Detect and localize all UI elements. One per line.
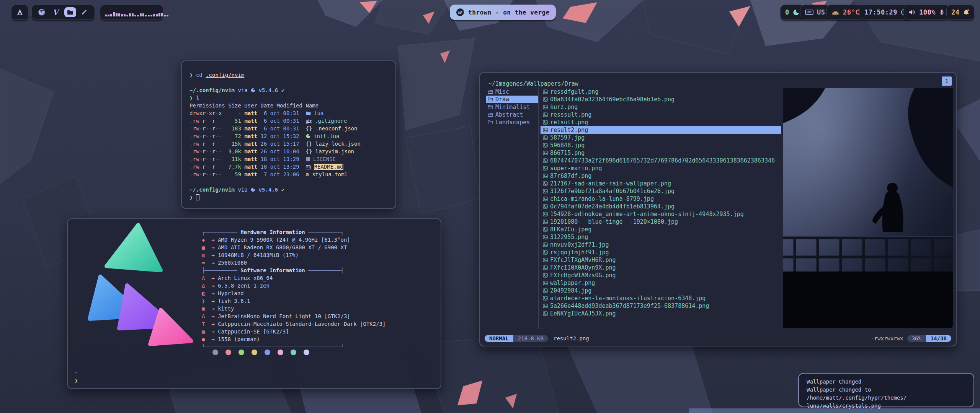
notification-title: Wallpaper Changed <box>807 378 966 386</box>
file-item[interactable]: FXfcHgcWIAMzs0G.png <box>541 272 781 279</box>
image-file-icon <box>543 242 548 247</box>
workspace-files-active[interactable] <box>64 7 76 17</box>
file-item[interactable]: 68747470733a2f2f696d616765732d7769786d70… <box>541 157 781 164</box>
file-item[interactable]: atardecer-en-la-montanas-ilustracion-634… <box>541 294 781 302</box>
sidebar-folder[interactable]: Misc <box>486 88 538 96</box>
workspace-paint[interactable] <box>80 7 90 18</box>
notifications-widget[interactable]: 24 <box>946 5 975 20</box>
display-icon: ▭ <box>202 260 205 266</box>
file-item[interactable]: 3122955.png <box>541 233 781 241</box>
file-item[interactable]: re1sult.png <box>541 119 781 126</box>
file-item[interactable]: nnvuv0xj2df71.jpg <box>541 241 781 249</box>
tab-badge[interactable]: 1 <box>942 76 952 86</box>
file-item[interactable]: 87r687df.png <box>541 172 781 180</box>
notification-body: Wallpaper changed to /home/matt/.config/… <box>807 386 966 410</box>
keyboard-layout-widget[interactable]: US <box>800 5 830 20</box>
scroll-percent: 36% <box>907 335 926 342</box>
image-file-icon <box>543 288 548 293</box>
sidebar-folder[interactable]: Landscapes <box>486 119 538 126</box>
file-item[interactable]: 20492984.jpg <box>541 287 781 294</box>
ls-row: .rw-r--r-- 15k matt 26 oct 15:17 {} lazy… <box>189 140 391 148</box>
rainbow-icon <box>831 9 840 15</box>
file-item[interactable]: 217167-sad-anime-rain-wallpaper.png <box>541 180 781 187</box>
launcher-button[interactable] <box>11 5 29 20</box>
terminal-cursor <box>196 194 199 200</box>
image-file-icon <box>543 258 548 262</box>
mode-badge: NORMAL <box>485 335 513 342</box>
palette-dot <box>278 350 283 355</box>
file-item[interactable]: rsjqojlmjhf91.jpg <box>541 249 781 256</box>
file-item[interactable]: kurz.png <box>541 103 781 111</box>
sidebar-folder[interactable]: Minimalist <box>486 103 538 111</box>
preview-image <box>783 88 953 328</box>
image-file-icon <box>543 304 548 308</box>
kernel-icon: Δ <box>202 283 205 289</box>
file-item[interactable]: 8FKa7Cu.jpeg <box>541 226 781 233</box>
pane-divider <box>538 87 539 329</box>
palette-dot <box>265 350 270 355</box>
file-item[interactable]: 19201080-__blue-tinge__-1920×1080.jpg <box>541 218 781 226</box>
palette-dot <box>291 350 296 355</box>
palette-dot <box>225 350 231 355</box>
status-bar: NORMAL 218.8 KB result2.png -rwxrwxrwx 3… <box>485 334 951 343</box>
desktop: V thrown - on the verge 0 <box>0 0 980 413</box>
file-item[interactable]: FXfcII0X0AQyn9X.png <box>541 264 781 272</box>
file-item[interactable]: EeNKYgIUcAAJ5JX.png <box>541 310 781 317</box>
keyboard-icon <box>805 9 813 15</box>
json-icon: {} <box>306 125 312 132</box>
file-item[interactable]: resssult.png <box>541 111 781 119</box>
visualizer-bars <box>105 8 168 16</box>
file-item[interactable]: 3126f7e9bbf21a8a4af0b67b041c6e26.jpg <box>541 187 781 195</box>
file-item[interactable]: FXfcJlTXgAMvH6R.png <box>541 256 781 264</box>
image-file-icon <box>543 135 548 140</box>
image-file-icon <box>543 166 548 171</box>
file-item[interactable]: 154928-odinokoe_anime-art-anime-okno-sin… <box>541 210 781 218</box>
image-file-icon <box>543 311 548 316</box>
palette-dot <box>212 350 218 355</box>
breadcrumb-path: ~/Imagenes/Wallpapers/Draw <box>488 80 578 87</box>
sidebar-folder[interactable]: Draw <box>486 96 538 103</box>
updates-count: 0 <box>785 8 789 16</box>
file-item[interactable]: 0c794faf07de24a4db4d4fb1eb813964.jpg <box>541 203 781 210</box>
audio-visualizer[interactable] <box>100 5 163 20</box>
image-file-icon <box>543 120 548 125</box>
memory-icon: ▥ <box>202 252 205 258</box>
file-item[interactable]: result2.png <box>541 126 781 134</box>
file-item[interactable]: 596848.jpg <box>541 141 781 149</box>
image-file-icon <box>543 250 548 255</box>
workspace-firefox[interactable] <box>36 7 47 18</box>
firefox-icon <box>38 8 46 16</box>
image-file-icon <box>543 197 548 201</box>
weather-widget[interactable]: 26°C <box>826 5 864 20</box>
folder-icon <box>306 111 311 115</box>
file-item[interactable]: 587597.jpg <box>541 134 781 141</box>
terminal-window[interactable]: ❯ cd .config/nvim~/.config/nvim via v5.4… <box>181 60 396 209</box>
file-item[interactable]: 5a266e448add93deab367d87173e9f25-6837886… <box>541 302 781 310</box>
theme-icon: ⊤ <box>202 321 205 327</box>
file-item[interactable]: super-mario.png <box>541 164 781 172</box>
image-file-icon <box>543 89 548 94</box>
image-file-icon <box>543 97 548 102</box>
image-file-icon <box>543 235 548 239</box>
ls-row: .rw-r--r-- 183 matt 6 oct 00:31 {} .neoc… <box>189 125 391 132</box>
file-manager-window[interactable]: ~/Imagenes/Wallpapers/Draw 1 MiscDrawMin… <box>479 72 957 346</box>
media-player-widget[interactable]: thrown - on the verge <box>450 5 556 20</box>
file-item[interactable]: 866715.png <box>541 149 781 157</box>
file-permissions: -rwxrwxrwx <box>871 335 903 341</box>
file-item[interactable]: wallpaper.png <box>541 279 781 287</box>
shell-prompt: ~ ❯ <box>75 369 78 384</box>
fetch-window[interactable]: ┌────────── Hardware Information ───────… <box>67 218 441 389</box>
file-item[interactable]: 08a634fa02a32364f69ebc86a98eb1eb.png <box>541 96 781 103</box>
volume-widget[interactable]: 100% <box>903 5 949 20</box>
notification-toast[interactable]: Wallpaper Changed Wallpaper changed to /… <box>798 373 974 407</box>
packages-icon: ● <box>202 336 205 342</box>
palette-dot <box>238 350 244 355</box>
terminal-color-palette <box>212 350 309 355</box>
folder-open-icon <box>488 105 493 109</box>
file-item[interactable]: ressdfgult.png <box>541 88 781 96</box>
file-item[interactable]: chica-mirando-la-luna-8799.jpg <box>541 195 781 203</box>
sidebar-folder[interactable]: Abstract <box>486 111 538 119</box>
os-icon: Λ <box>202 275 205 281</box>
workspace-vim[interactable]: V <box>50 7 60 18</box>
cwd: ~ <box>75 369 78 377</box>
